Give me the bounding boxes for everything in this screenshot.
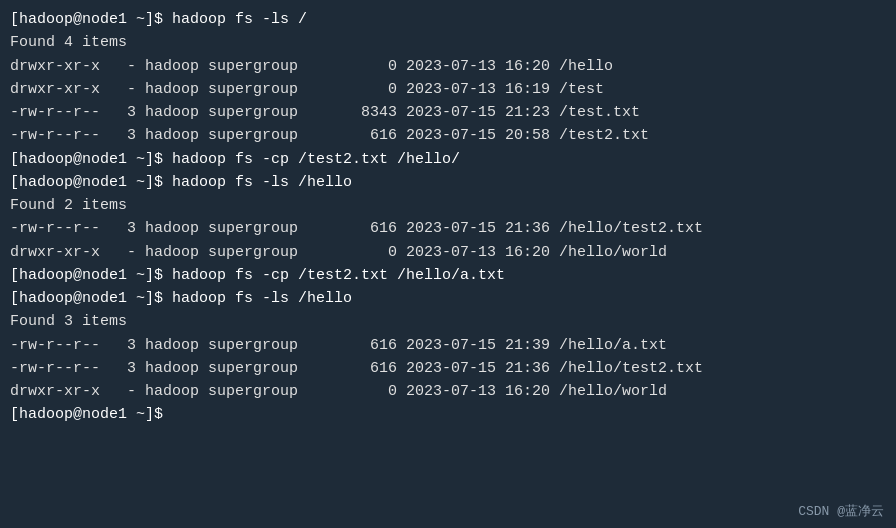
terminal-line-5: -rw-r--r-- 3 hadoop supergroup 616 2023-… <box>10 124 886 147</box>
terminal-line-3: drwxr-xr-x - hadoop supergroup 0 2023-07… <box>10 78 886 101</box>
terminal-line-1: Found 4 items <box>10 31 886 54</box>
terminal-line-14: -rw-r--r-- 3 hadoop supergroup 616 2023-… <box>10 334 886 357</box>
terminal-line-6: [hadoop@node1 ~]$ hadoop fs -cp /test2.t… <box>10 148 886 171</box>
terminal-line-8: Found 2 items <box>10 194 886 217</box>
terminal-line-2: drwxr-xr-x - hadoop supergroup 0 2023-07… <box>10 55 886 78</box>
terminal-line-12: [hadoop@node1 ~]$ hadoop fs -ls /hello <box>10 287 886 310</box>
terminal-line-10: drwxr-xr-x - hadoop supergroup 0 2023-07… <box>10 241 886 264</box>
terminal-line-4: -rw-r--r-- 3 hadoop supergroup 8343 2023… <box>10 101 886 124</box>
terminal-line-17: [hadoop@node1 ~]$ <box>10 403 886 426</box>
terminal-line-15: -rw-r--r-- 3 hadoop supergroup 616 2023-… <box>10 357 886 380</box>
terminal-line-9: -rw-r--r-- 3 hadoop supergroup 616 2023-… <box>10 217 886 240</box>
terminal-line-7: [hadoop@node1 ~]$ hadoop fs -ls /hello <box>10 171 886 194</box>
terminal-line-16: drwxr-xr-x - hadoop supergroup 0 2023-07… <box>10 380 886 403</box>
terminal-line-13: Found 3 items <box>10 310 886 333</box>
terminal-window: [hadoop@node1 ~]$ hadoop fs -ls /Found 4… <box>0 0 896 435</box>
watermark: CSDN @蓝净云 <box>798 502 884 520</box>
terminal-line-0: [hadoop@node1 ~]$ hadoop fs -ls / <box>10 8 886 31</box>
terminal-line-11: [hadoop@node1 ~]$ hadoop fs -cp /test2.t… <box>10 264 886 287</box>
